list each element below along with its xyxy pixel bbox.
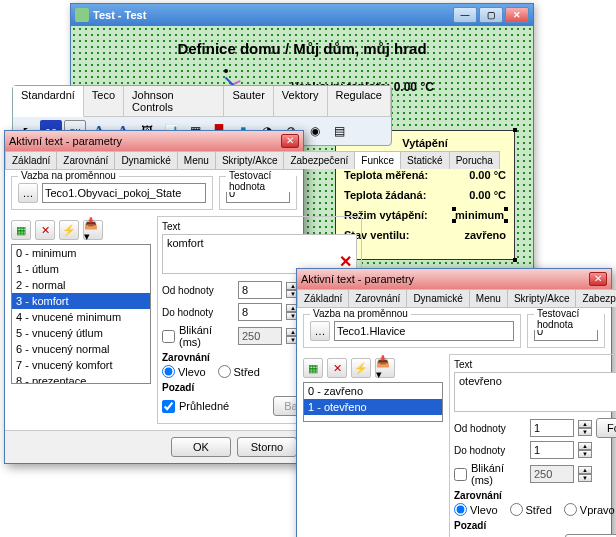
blink-checkbox[interactable] — [162, 330, 175, 343]
list-item[interactable]: 1 - otevřeno — [304, 399, 442, 415]
dialog1-buttons: OK Storno — [5, 430, 303, 463]
dialog2-tabs: Základní Zarovnání Dynamické Menu Skript… — [297, 289, 611, 308]
tab-vectors[interactable]: Vektory — [274, 86, 328, 116]
dtab-functions[interactable]: Funkce — [354, 151, 401, 169]
bits-icon[interactable]: ▤ — [328, 120, 350, 142]
dtab-fault[interactable]: Porucha — [449, 151, 500, 169]
dtab-basic[interactable]: Základní — [5, 151, 57, 169]
from-input[interactable] — [238, 281, 282, 299]
blink-checkbox2[interactable] — [454, 468, 467, 481]
auto-button2[interactable]: ⚡ — [351, 358, 371, 378]
align-right-radio2[interactable] — [564, 503, 577, 516]
import-button[interactable]: 📥▾ — [83, 220, 103, 240]
align-center-radio[interactable] — [218, 365, 231, 378]
var-group-label: Vazba na proměnnou — [18, 170, 119, 181]
titlebar: Test - Test — ▢ ✕ — [71, 4, 533, 26]
bg-section2: Pozadí — [454, 520, 616, 531]
list-item[interactable]: 6 - vnucený normal — [12, 341, 150, 357]
to-spinner2[interactable]: ▲▼ — [578, 442, 592, 458]
setpoint-value: 0.00 °C — [469, 189, 506, 201]
blink-spinner2[interactable]: ▲▼ — [578, 466, 592, 482]
blink-label: Blikání (ms) — [179, 324, 234, 348]
list-item[interactable]: 7 - vnucený komfort — [12, 357, 150, 373]
dialog1-body: Vazba na proměnnou … Testovací hodnota ▦… — [5, 170, 303, 430]
dialog2-close[interactable]: ✕ — [589, 272, 607, 286]
gauge-icon[interactable]: ◉ — [304, 120, 326, 142]
auto-button[interactable]: ⚡ — [59, 220, 79, 240]
var-group-label2: Vazba na proměnnou — [310, 308, 411, 319]
test-value-label: Testovací hodnota — [226, 170, 296, 192]
cancel-button[interactable]: Storno — [237, 437, 297, 457]
setpoint-label: Teplota žádaná: — [344, 189, 426, 201]
list-toolbar: ▦ ✕ ⚡ 📥▾ — [11, 220, 151, 240]
variable-input2[interactable] — [334, 321, 514, 341]
list-item[interactable]: 2 - normal — [12, 277, 150, 293]
d2tab-align[interactable]: Zarovnání — [348, 289, 407, 307]
to-input[interactable] — [238, 303, 282, 321]
dialog1-tabs: Základní Zarovnání Dynamické Menu Skript… — [5, 151, 303, 170]
align-left-radio2[interactable] — [454, 503, 467, 516]
minimize-button[interactable]: — — [453, 7, 477, 23]
window-controls: — ▢ ✕ — [453, 7, 529, 23]
to-input2[interactable] — [530, 441, 574, 459]
blink-input[interactable] — [238, 327, 282, 345]
app-icon — [75, 8, 89, 22]
align-center-radio2[interactable] — [510, 503, 523, 516]
page-heading: Definice domu / Můj dům, můj hrad — [86, 40, 518, 57]
close-button[interactable]: ✕ — [505, 7, 529, 23]
tab-teco[interactable]: Teco — [84, 86, 124, 116]
list-item[interactable]: 1 - útlum — [12, 261, 150, 277]
preview-text2: otevřeno — [459, 375, 502, 387]
align-left-radio[interactable] — [162, 365, 175, 378]
test-value-label2: Testovací hodnota — [534, 308, 604, 330]
dtab-align[interactable]: Zarovnání — [56, 151, 115, 169]
dialog1-titlebar: Aktivní text - parametry ✕ — [5, 131, 303, 151]
delete-item-button[interactable]: ✕ — [35, 220, 55, 240]
dialog2-titlebar: Aktivní text - parametry ✕ — [297, 269, 611, 289]
dtab-static[interactable]: Statické — [400, 151, 450, 169]
blink-input2[interactable] — [530, 465, 574, 483]
window-title: Test - Test — [93, 9, 146, 21]
var-browse-button2[interactable]: … — [310, 321, 330, 341]
add-item-button2[interactable]: ▦ — [303, 358, 323, 378]
list-item[interactable]: 3 - komfort — [12, 293, 150, 309]
add-item-button[interactable]: ▦ — [11, 220, 31, 240]
dialog1-title: Aktivní text - parametry — [9, 135, 122, 147]
list-item[interactable]: 8 - prezentace — [12, 373, 150, 384]
tab-regulation[interactable]: Regulace — [328, 86, 391, 116]
var-browse-button[interactable]: … — [18, 183, 38, 203]
list-item[interactable]: 0 - minimum — [12, 245, 150, 261]
tab-standard[interactable]: Standardní — [13, 86, 84, 117]
tab-sauter[interactable]: Sauter — [224, 86, 273, 116]
dialog2-title: Aktivní text - parametry — [301, 273, 414, 285]
import-button2[interactable]: 📥▾ — [375, 358, 395, 378]
tab-jc[interactable]: Johnson Controls — [124, 86, 224, 116]
states-list2[interactable]: 0 - zavřeno1 - otevřeno — [303, 382, 443, 422]
maximize-button[interactable]: ▢ — [479, 7, 503, 23]
preview-text: komfort — [167, 237, 204, 249]
text-label2: Text — [454, 359, 616, 370]
d2tab-scripts[interactable]: Skripty/Akce — [507, 289, 577, 307]
align-section2: Zarovnání — [454, 490, 616, 501]
d2tab-menu[interactable]: Menu — [469, 289, 508, 307]
list-item[interactable]: 4 - vnucené minimum — [12, 309, 150, 325]
from-input2[interactable] — [530, 419, 574, 437]
d2tab-security[interactable]: Zabezpečení — [575, 289, 616, 307]
d2tab-basic[interactable]: Základní — [297, 289, 349, 307]
ok-button[interactable]: OK — [171, 437, 231, 457]
d2tab-dynamic[interactable]: Dynamické — [406, 289, 469, 307]
from-label: Od hodnoty — [162, 285, 234, 296]
transparent-checkbox[interactable] — [162, 400, 175, 413]
dialog1-close[interactable]: ✕ — [281, 134, 299, 148]
dtab-menu[interactable]: Menu — [177, 151, 216, 169]
dtab-security[interactable]: Zabezpečení — [283, 151, 355, 169]
font-button2[interactable]: Font... — [596, 418, 616, 438]
states-list[interactable]: 0 - minimum1 - útlum2 - normal3 - komfor… — [11, 244, 151, 384]
list-item[interactable]: 5 - vnucený útlum — [12, 325, 150, 341]
dtab-dynamic[interactable]: Dynamické — [114, 151, 177, 169]
variable-input[interactable] — [42, 183, 206, 203]
list-item[interactable]: 0 - zavřeno — [304, 383, 442, 399]
dtab-scripts[interactable]: Skripty/Akce — [215, 151, 285, 169]
delete-item-button2[interactable]: ✕ — [327, 358, 347, 378]
from-spinner2[interactable]: ▲▼ — [578, 420, 592, 436]
